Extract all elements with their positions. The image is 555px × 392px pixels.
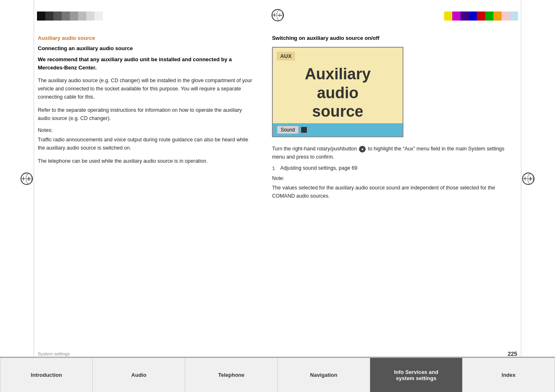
right-column: Switching on auxiliary audio source on/o…	[268, 35, 517, 351]
sound-button[interactable]: Sound	[277, 126, 299, 134]
color-block	[78, 12, 86, 21]
tab-telephone-label: Telephone	[218, 372, 244, 378]
color-block	[86, 12, 94, 21]
aux-main-text: Auxiliary audio source	[305, 65, 371, 121]
color-block	[444, 12, 452, 21]
note-text-1: Traffic radio announcements and voice ou…	[38, 136, 256, 152]
tab-navigation-label: Navigation	[310, 372, 337, 378]
note-label: Note:	[272, 175, 517, 181]
tab-telephone[interactable]: Telephone	[185, 358, 278, 392]
color-block	[461, 12, 469, 21]
crosshair-right	[522, 173, 534, 185]
color-block	[485, 12, 493, 21]
ref-item: 1 Adjusting sound settings, page 69	[272, 165, 517, 171]
body-text-2: Refer to the separate operating instruct…	[38, 106, 256, 122]
left-column: Auxiliary audio source Connecting an aux…	[38, 35, 268, 351]
color-bar-right	[444, 12, 518, 21]
margin-line-left	[34, 0, 34, 357]
color-block	[62, 12, 70, 21]
crosshair-inner	[276, 10, 283, 21]
footer-section-label: System settings	[38, 351, 70, 356]
crosshair-inner	[26, 173, 32, 184]
rotary-icon: ●	[359, 146, 366, 152]
tab-audio-label: Audio	[131, 372, 147, 378]
ref-number: 1	[272, 165, 277, 171]
tab-navigation[interactable]: Navigation	[278, 358, 370, 392]
color-block	[70, 12, 78, 21]
note-text-2: The telephone can be used while the auxi…	[38, 157, 256, 165]
tab-info-services[interactable]: Info Services andsystem settings	[370, 358, 463, 392]
page-container: Auxiliary audio source Connecting an aux…	[0, 0, 555, 392]
aux-bottom-bar: Sound	[273, 123, 403, 136]
color-block	[493, 12, 502, 21]
color-block	[477, 12, 485, 21]
color-block	[45, 12, 53, 21]
tab-introduction[interactable]: Introduction	[0, 358, 93, 392]
crosshair-left	[21, 173, 33, 185]
note-body: The values selected for the auxiliary au…	[272, 184, 517, 200]
footer: System settings 225	[38, 350, 517, 357]
ref-text: Adjusting sound settings, page 69	[280, 165, 357, 171]
notes-label: Notes:	[38, 127, 256, 133]
bold-paragraph: We recommend that any auxiliary audio un…	[38, 55, 256, 71]
tab-index-label: Index	[502, 372, 516, 378]
color-block	[452, 12, 461, 21]
tab-audio[interactable]: Audio	[93, 358, 185, 392]
body-text-1: The auxiliary audio source (e.g. CD chan…	[38, 76, 256, 101]
color-bar-left	[37, 12, 103, 21]
color-block	[37, 12, 45, 21]
color-block	[510, 12, 518, 21]
content-area: Auxiliary audio source Connecting an aux…	[38, 35, 517, 351]
footer-page-number: 225	[508, 350, 517, 357]
bottom-nav: Introduction Audio Telephone Navigation …	[0, 357, 555, 392]
crosshair-top	[272, 9, 284, 21]
tab-index[interactable]: Index	[463, 358, 555, 392]
tab-introduction-label: Introduction	[31, 372, 62, 378]
color-block	[469, 12, 477, 21]
switch-title: Switching on auxiliary audio source on/o…	[272, 35, 517, 41]
section-title: Auxiliary audio source	[38, 35, 256, 41]
aux-text-line1: Auxiliary	[305, 65, 371, 83]
color-block	[53, 12, 62, 21]
aux-display: AUX Auxiliary audio source Sound	[272, 47, 403, 137]
margin-line-right	[521, 0, 521, 357]
tab-info-services-label: Info Services andsystem settings	[394, 369, 438, 381]
color-block	[94, 12, 103, 21]
subsection-title: Connecting an auxiliary audio source	[38, 45, 256, 51]
sound-cursor	[301, 127, 307, 133]
turn-instruction: Turn the right-hand rotary/pushbutton ● …	[272, 145, 517, 161]
color-block	[502, 12, 510, 21]
aux-text-line2: audio source	[312, 84, 364, 120]
crosshair-inner	[527, 173, 534, 184]
aux-label: AUX	[277, 52, 295, 60]
